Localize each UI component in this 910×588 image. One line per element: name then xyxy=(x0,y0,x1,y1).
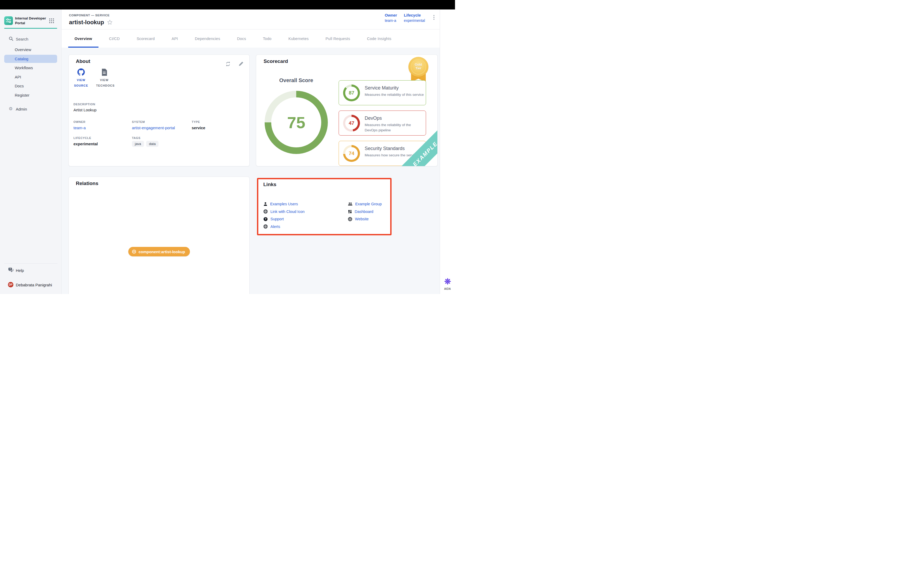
overall-score-value: 75 xyxy=(287,113,305,132)
score-item-title: Security Standards xyxy=(365,146,405,151)
score-ring: 74 xyxy=(343,145,360,162)
scorecard-card: Scorecard Gold Tier Overall Score 75 xyxy=(256,55,438,166)
view-techdocs-action[interactable]: VIEW TECHDOCS xyxy=(96,68,112,89)
type-field-value: service xyxy=(192,126,205,130)
description-value: Artist Lookup xyxy=(73,108,97,112)
owner-meta: Owner team-a xyxy=(385,13,397,23)
tag-chip[interactable]: java xyxy=(132,141,144,147)
about-card: About xyxy=(68,55,250,166)
aida-flower-icon xyxy=(444,278,452,285)
relation-node-chip[interactable]: component:artist-lookup xyxy=(128,247,190,256)
tag-chip[interactable]: data xyxy=(146,141,158,147)
type-field-label: TYPE xyxy=(192,120,200,123)
sidebar-item-docs[interactable]: Docs xyxy=(4,82,57,90)
relations-card: Relations component:artist-lookup xyxy=(68,177,250,294)
group-icon xyxy=(348,202,352,206)
sidebar-item-overview[interactable]: Overview xyxy=(4,45,57,54)
top-black-bar xyxy=(0,0,455,10)
avatar: DP xyxy=(7,281,14,288)
header-meta: Owner team-a Lifecycle experimental xyxy=(385,13,436,23)
tab-kubernetes[interactable]: Kubernetes xyxy=(282,29,315,48)
tags-row: java data xyxy=(132,141,161,147)
gold-tier-badge: Gold Tier xyxy=(408,57,429,82)
sidebar-item-workflows[interactable]: Workflows xyxy=(4,64,57,72)
lifecycle-meta: Lifecycle experimental xyxy=(404,13,425,23)
score-item-title: Service Maturity xyxy=(365,85,399,91)
tab-code-insights[interactable]: Code Insights xyxy=(361,29,398,48)
link-website[interactable]: Website xyxy=(348,216,382,221)
sliders-logo-icon xyxy=(5,17,12,24)
score-item-devops[interactable]: 47 DevOps Measures the reliability of th… xyxy=(339,111,426,136)
score-item-service-maturity[interactable]: 87 Service Maturity Measures the reliabi… xyxy=(339,80,426,105)
links-column-2: Example Group Dashboard xyxy=(348,201,382,224)
score-ring: 87 xyxy=(343,84,360,101)
overall-score-donut: 75 xyxy=(265,91,328,154)
link-support[interactable]: ? Support xyxy=(263,216,305,221)
links-card-highlighted: Links Examples Users xyxy=(257,178,391,235)
component-chip-icon xyxy=(132,249,136,254)
lifecycle-field-label: LIFECYCLE xyxy=(73,136,91,139)
globe-icon xyxy=(348,217,352,221)
badge-label: Gold Tier xyxy=(413,63,424,71)
app-title: Internal Developer Portal xyxy=(15,16,49,25)
help-chat-icon: ? xyxy=(8,267,14,272)
owner-value[interactable]: team-a xyxy=(385,18,397,23)
link-alerts[interactable]: Alerts xyxy=(263,224,305,229)
apps-grid-icon[interactable] xyxy=(49,18,54,23)
system-field-label: SYSTEM xyxy=(132,120,145,123)
user-profile[interactable]: DP Debabrata Panigrahi xyxy=(0,281,61,289)
links-title: Links xyxy=(263,182,276,187)
user-name: Debabrata Panigrahi xyxy=(16,283,52,287)
lifecycle-field-value: experimental xyxy=(73,142,98,146)
sidebar-item-admin[interactable]: ⚙ Admin xyxy=(0,106,61,113)
owner-field-value[interactable]: team-a xyxy=(73,126,86,130)
score-item-title: DevOps xyxy=(365,116,382,121)
tab-api[interactable]: API xyxy=(165,29,184,48)
sidebar-item-register[interactable]: Register xyxy=(4,91,57,99)
link-dashboard[interactable]: Dashboard xyxy=(348,209,382,214)
app-logo[interactable] xyxy=(4,16,13,25)
sidebar-accent-rule xyxy=(4,28,57,29)
link-with-cloud-icon[interactable]: Link with Cloud Icon xyxy=(263,209,305,214)
favorite-star-icon[interactable] xyxy=(107,19,113,25)
score-item-desc: Measures the reliability of this service xyxy=(365,92,424,97)
tab-docs[interactable]: Docs xyxy=(231,29,252,48)
sidebar-divider xyxy=(4,263,57,264)
dashboard-icon xyxy=(348,210,352,214)
relations-title: Relations xyxy=(76,181,99,186)
svg-text:?: ? xyxy=(265,218,266,221)
link-examples-users[interactable]: Examples Users xyxy=(263,201,305,207)
description-label: DESCRIPTION xyxy=(73,103,95,106)
view-source-action[interactable]: VIEW SOURCE xyxy=(73,68,89,89)
lifecycle-value: experimental xyxy=(404,18,425,23)
edit-pencil-icon[interactable] xyxy=(238,61,245,67)
link-example-group[interactable]: Example Group xyxy=(348,201,382,207)
user-icon xyxy=(263,202,268,206)
tab-scorecard[interactable]: Scorecard xyxy=(130,29,161,48)
sidebar-item-help[interactable]: ? Help xyxy=(0,267,61,274)
score-item-desc: Measures the reliability of the DevOps p… xyxy=(365,123,424,132)
main-area: COMPONENT — SERVICE artist-lookup Owner … xyxy=(61,10,440,294)
breadcrumb: COMPONENT — SERVICE xyxy=(69,14,110,17)
more-options-icon[interactable] xyxy=(432,15,436,20)
tab-pull-requests[interactable]: Pull Requests xyxy=(319,29,356,48)
techdocs-doc-icon xyxy=(101,69,107,76)
help-circle-icon: ? xyxy=(263,217,268,221)
tab-bar: Overview CI/CD Scorecard API Dependencie… xyxy=(61,29,440,48)
system-field-value[interactable]: artist-engagement-portal xyxy=(132,126,175,130)
tab-cicd[interactable]: CI/CD xyxy=(103,29,126,48)
links-column-1: Examples Users Link with Cloud Icon xyxy=(263,201,305,231)
sidebar-item-search[interactable]: Search xyxy=(0,36,61,43)
sidebar-item-catalog[interactable]: Catalog xyxy=(4,55,57,63)
tab-dependencies[interactable]: Dependencies xyxy=(189,29,226,48)
owner-label: Owner xyxy=(385,13,397,17)
svg-text:?: ? xyxy=(10,268,11,270)
sidebar-item-api[interactable]: API xyxy=(4,73,57,81)
overall-score-label: Overall Score xyxy=(265,78,328,84)
relation-node-label: component:artist-lookup xyxy=(139,250,185,254)
globe-icon xyxy=(263,224,268,229)
refresh-icon[interactable] xyxy=(225,61,231,67)
tab-overview[interactable]: Overview xyxy=(68,29,99,48)
aida-widget[interactable]: AIDA xyxy=(440,278,455,290)
tab-todo[interactable]: Todo xyxy=(257,29,278,48)
